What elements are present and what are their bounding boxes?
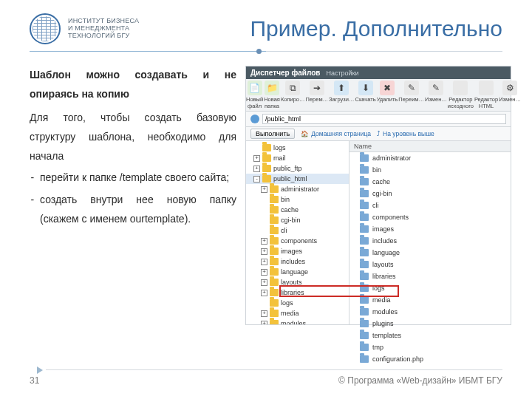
fm-runbar: Выполнить 🏠 Домашняя страница ⤴ На урове… — [246, 127, 511, 141]
toolbar-button[interactable]: ⬆Загрузи… — [329, 81, 354, 109]
list-row[interactable]: administrator — [349, 152, 511, 164]
page-number: 31 — [30, 375, 39, 386]
globe-icon — [250, 115, 259, 123]
folder-icon — [270, 206, 279, 214]
home-link[interactable]: 🏠 Домашняя страница — [301, 130, 371, 137]
folder-icon — [360, 225, 369, 233]
folder-icon — [360, 296, 369, 304]
list-row[interactable]: tmp — [349, 341, 511, 353]
list-row[interactable]: logs — [349, 282, 511, 294]
folder-icon — [270, 289, 279, 296]
toolbar-button[interactable]: 📁Новая папка — [264, 81, 280, 109]
list-row[interactable]: components — [349, 211, 511, 223]
fm-titlebar: Диспетчер файлов Настройки — [246, 66, 511, 79]
folder-icon — [360, 273, 369, 280]
folder-icon — [360, 249, 369, 256]
tree-row[interactable]: cgi-bin — [246, 215, 349, 225]
tree-row[interactable]: cli — [246, 225, 349, 236]
folder-icon — [360, 320, 369, 327]
tree-row[interactable]: +libraries — [246, 287, 349, 298]
tree-row[interactable]: +public_ftp — [246, 163, 349, 174]
list-row[interactable]: plugins — [349, 318, 511, 330]
folder-icon — [360, 332, 369, 339]
folder-icon — [262, 165, 271, 172]
body-text: Шаблон можно создавать и не опираясь на … — [30, 66, 236, 325]
list-row[interactable]: templates — [349, 330, 511, 341]
folder-icon — [360, 261, 369, 268]
tree-row[interactable]: logs — [246, 143, 349, 153]
fm-title: Диспетчер файлов — [250, 69, 320, 77]
tree-row[interactable]: +includes — [246, 256, 349, 267]
list-item: создать внутри нее новую папку (скажем с… — [40, 191, 236, 229]
folder-tree[interactable]: logs+mail+public_ftp-public_html+adminis… — [246, 141, 349, 324]
toolbar-button[interactable]: ⚙Измен… — [499, 81, 521, 109]
list-row[interactable]: modules — [349, 306, 511, 318]
folder-icon — [262, 175, 271, 183]
toolbar-button[interactable]: Редактор исходного — [448, 81, 474, 109]
up-link[interactable]: ⤴ На уровень выше — [377, 130, 434, 137]
folder-icon — [360, 344, 369, 351]
toolbar-button[interactable]: ✖Удалить — [377, 81, 398, 109]
toolbar-button[interactable]: Редактор HTML — [474, 81, 498, 109]
tree-row[interactable]: +administrator — [246, 184, 349, 194]
list-row[interactable]: media — [349, 294, 511, 306]
list-row[interactable]: cli — [349, 200, 511, 211]
folder-icon — [360, 202, 369, 209]
folder-icon — [360, 237, 369, 245]
folder-icon — [360, 308, 369, 316]
list-row[interactable]: libraries — [349, 270, 511, 282]
folder-icon — [270, 216, 279, 224]
path-input[interactable] — [262, 114, 506, 124]
folder-icon — [270, 310, 279, 317]
folder-icon — [360, 214, 369, 221]
fm-settings-link[interactable]: Настройки — [326, 69, 358, 77]
copyright: © Программа «Web-дизайн» ИБМТ БГУ — [338, 375, 502, 386]
lead-text: Шаблон можно создавать и не опираясь на … — [30, 66, 236, 104]
folder-icon — [360, 178, 369, 185]
tree-row[interactable]: +components — [246, 236, 349, 246]
folder-icon — [262, 144, 271, 151]
tree-row[interactable]: +language — [246, 267, 349, 277]
tree-row[interactable]: cache — [246, 205, 349, 215]
list-header: Name — [349, 141, 511, 152]
org-logo — [30, 13, 61, 44]
tree-row[interactable]: -public_html — [246, 174, 349, 184]
list-row[interactable]: cache — [349, 176, 511, 188]
toolbar-button[interactable]: ✎Переим… — [398, 81, 424, 109]
run-button[interactable]: Выполнить — [250, 129, 295, 139]
list-row[interactable]: language — [349, 247, 511, 259]
list-row[interactable]: includes — [349, 235, 511, 247]
folder-icon — [360, 190, 369, 197]
folder-icon — [270, 227, 279, 234]
fm-pathbar — [246, 112, 511, 127]
tree-row[interactable]: +layouts — [246, 277, 349, 287]
folder-icon — [270, 299, 279, 307]
toolbar-button[interactable]: ✎Измен… — [425, 81, 447, 109]
tree-row[interactable]: logs — [246, 298, 349, 308]
tree-row[interactable]: +images — [246, 246, 349, 256]
toolbar-button[interactable]: ➔Перем… — [306, 81, 329, 109]
list-row[interactable]: layouts — [349, 259, 511, 270]
tree-row[interactable]: +mail — [246, 153, 349, 163]
slide-title: Пример. Дополнительно — [139, 16, 502, 41]
fm-toolbar: 📄Новый файл📁Новая папка⧉Копиро…➔Перем…⬆З… — [246, 79, 511, 112]
toolbar-button[interactable]: ⧉Копиро… — [281, 81, 305, 109]
list-row[interactable]: images — [349, 223, 511, 235]
folder-icon — [270, 268, 279, 276]
folder-icon — [262, 154, 271, 162]
folder-icon — [270, 279, 279, 286]
list-row[interactable]: configuration.php — [349, 353, 511, 365]
tree-row[interactable]: +modules — [246, 318, 349, 324]
list-row[interactable]: cgi-bin — [349, 188, 511, 200]
footer: 31 © Программа «Web-дизайн» ИБМТ БГУ — [30, 375, 502, 386]
toolbar-button[interactable]: 📄Новый файл — [246, 81, 263, 109]
folder-icon — [270, 258, 279, 265]
file-list[interactable]: Name administratorbincachecgi-binclicomp… — [349, 141, 511, 324]
tree-row[interactable]: +media — [246, 308, 349, 318]
folder-icon — [270, 196, 279, 203]
toolbar-button[interactable]: ⬇Скачать — [355, 81, 376, 109]
list-row[interactable]: bin — [349, 164, 511, 176]
header-divider — [30, 50, 502, 52]
list-item: перейти к папке /template своего сайта; — [40, 168, 236, 188]
tree-row[interactable]: bin — [246, 194, 349, 205]
